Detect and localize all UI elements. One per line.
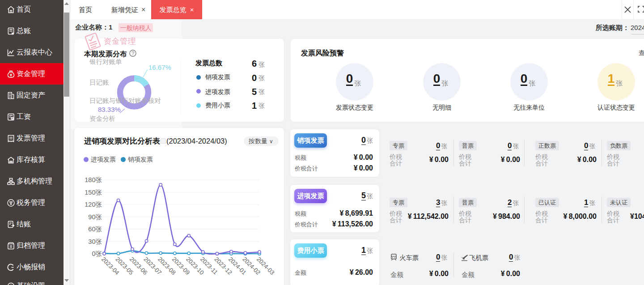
svg-text:150张: 150张 xyxy=(85,189,102,196)
svg-text:?: ? xyxy=(131,51,134,56)
svg-text:30张: 30张 xyxy=(88,238,102,245)
svg-text:180张: 180张 xyxy=(85,176,102,183)
svg-text:120张: 120张 xyxy=(85,201,102,208)
svg-text:60张: 60张 xyxy=(88,225,102,233)
svg-text:90张: 90张 xyxy=(88,213,102,221)
svg-text:0张: 0张 xyxy=(92,250,102,257)
